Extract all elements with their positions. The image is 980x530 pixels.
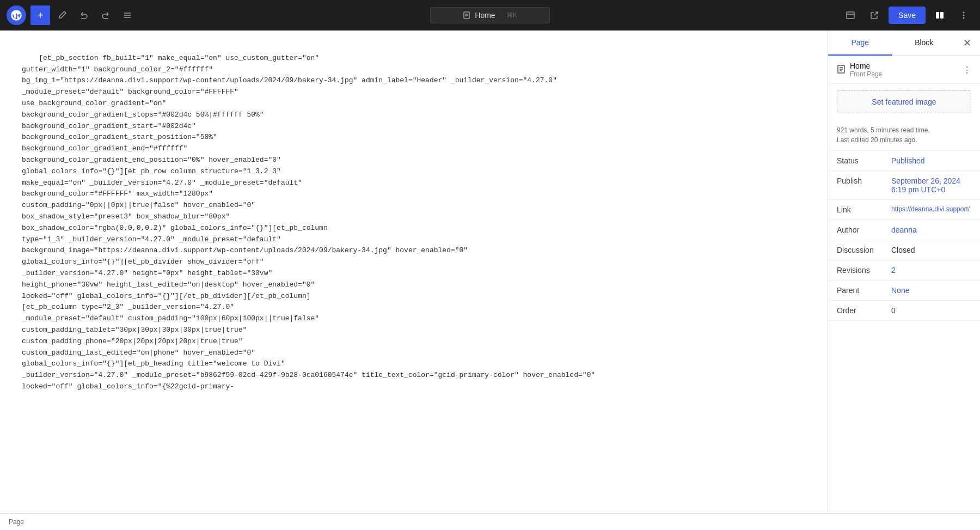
set-featured-image-button[interactable]: Set featured image bbox=[837, 90, 971, 113]
sidebar-tabs: Page Block ✕ bbox=[828, 31, 980, 56]
undo-button[interactable] bbox=[74, 5, 94, 25]
meta-row: Linkhttps://deanna.divi.support/ bbox=[828, 200, 980, 220]
page-selector[interactable]: Home ⌘K bbox=[430, 7, 550, 23]
code-editor[interactable]: [et_pb_section fb_built="1" make_equal="… bbox=[0, 31, 828, 513]
page-subtitle: Front Page bbox=[850, 70, 958, 78]
svg-point-13 bbox=[963, 17, 965, 19]
meta-info-text: 921 words, 5 minutes read time. Last edi… bbox=[828, 120, 980, 151]
main-area: [et_pb_section fb_built="1" make_equal="… bbox=[0, 31, 980, 513]
page-info-bar: Home Front Page ⋮ bbox=[828, 56, 980, 84]
add-button[interactable]: + bbox=[30, 5, 50, 25]
meta-row: DiscussionClosed bbox=[828, 240, 980, 260]
meta-rows: StatusPublishedPublishSeptember 26, 2024… bbox=[828, 151, 980, 321]
meta-row: Authordeanna bbox=[828, 220, 980, 240]
sidebar: Page Block ✕ Home Front Page bbox=[828, 31, 980, 513]
meta-row: Revisions2 bbox=[828, 260, 980, 281]
external-link-button[interactable] bbox=[865, 5, 884, 25]
list-button[interactable] bbox=[118, 5, 137, 25]
page-title-group: Home Front Page bbox=[850, 62, 958, 78]
settings-toggle-button[interactable] bbox=[930, 5, 950, 25]
edit-button[interactable] bbox=[52, 5, 72, 25]
svg-rect-9 bbox=[936, 12, 939, 19]
bottom-bar: Page bbox=[0, 513, 980, 530]
svg-rect-7 bbox=[847, 12, 854, 19]
page-more-menu[interactable]: ⋮ bbox=[963, 65, 971, 75]
page-title: Home bbox=[850, 62, 958, 70]
svg-rect-10 bbox=[940, 12, 944, 19]
toolbar-right: Save bbox=[841, 5, 973, 25]
meta-row: StatusPublished bbox=[828, 151, 980, 171]
close-sidebar-button[interactable]: ✕ bbox=[956, 32, 978, 54]
toolbar: + bbox=[0, 0, 980, 31]
redo-button[interactable] bbox=[96, 5, 115, 25]
svg-rect-4 bbox=[464, 12, 469, 19]
toolbar-center: Home ⌘K bbox=[430, 7, 550, 23]
tab-page[interactable]: Page bbox=[828, 31, 892, 56]
meta-row: ParentNone bbox=[828, 281, 980, 301]
svg-point-11 bbox=[963, 12, 965, 14]
page-document-icon bbox=[837, 65, 846, 75]
meta-row: Order0 bbox=[828, 301, 980, 321]
toolbar-left: + bbox=[7, 5, 137, 25]
view-button[interactable] bbox=[841, 5, 860, 25]
tab-block[interactable]: Block bbox=[892, 31, 957, 56]
save-button[interactable]: Save bbox=[889, 7, 926, 24]
wordpress-logo[interactable] bbox=[7, 5, 26, 25]
svg-point-12 bbox=[963, 15, 965, 16]
more-options-button[interactable] bbox=[954, 5, 973, 25]
meta-row: PublishSeptember 26, 2024 6:19 pm UTC+0 bbox=[828, 171, 980, 200]
